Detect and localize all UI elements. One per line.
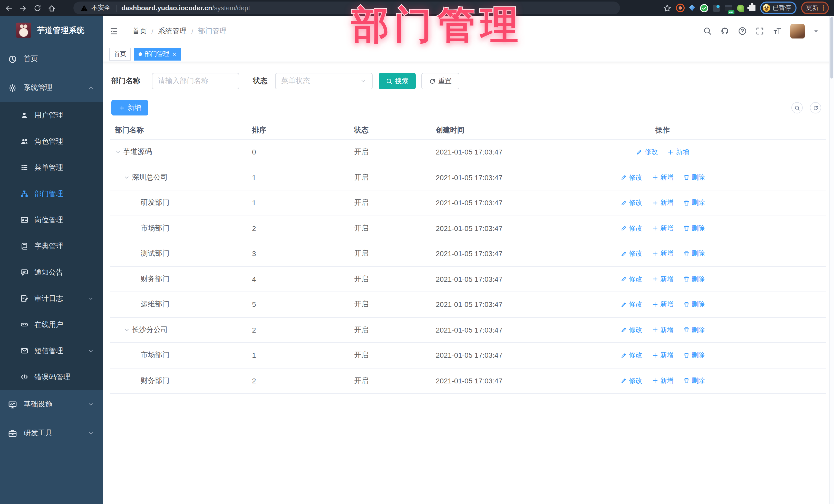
tab-close-icon[interactable]: ×	[172, 50, 176, 57]
table-row-9[interactable]: 市场部门1开启2021-01-05 17:03:47修改新增删除	[110, 343, 826, 368]
sidebar-item-dev-tools[interactable]: 研发工具	[0, 419, 103, 447]
user-avatar[interactable]	[790, 24, 805, 38]
edit-action-link[interactable]: 修改	[620, 300, 642, 309]
delete-action-link[interactable]: 删除	[683, 376, 705, 386]
expand-caret-icon[interactable]	[124, 327, 130, 333]
fullscreen-icon[interactable]	[755, 27, 764, 36]
sidebar-collapse-button[interactable]	[109, 26, 118, 36]
sidebar-item-menu-management[interactable]: 菜单管理	[0, 154, 103, 181]
delete-action-link[interactable]: 删除	[683, 325, 705, 335]
add-action-link[interactable]: 新增	[652, 198, 674, 207]
sidebar-item-error-code-management[interactable]: 错误码管理	[0, 364, 103, 390]
sidebar-item-notice-announcement[interactable]: 通知公告	[0, 259, 103, 285]
delete-action-link[interactable]: 删除	[683, 198, 705, 207]
edit-action-link[interactable]: 修改	[620, 275, 642, 284]
browser-back-button[interactable]	[5, 4, 13, 12]
tab-dept-management[interactable]: 部门管理×	[134, 47, 181, 60]
bookmark-star-icon[interactable]	[663, 4, 671, 12]
github-icon[interactable]	[721, 27, 729, 36]
edit-action-link[interactable]: 修改	[620, 351, 642, 360]
table-row-8[interactable]: 长沙分公司2开启2021-01-05 17:03:47修改新增删除	[110, 317, 826, 343]
browser-update-button[interactable]: 更新	[801, 2, 829, 14]
dept-name-input[interactable]: 请输入部门名称	[152, 73, 239, 89]
browser-forward-button[interactable]	[19, 4, 27, 12]
edit-action-link[interactable]: 修改	[620, 224, 642, 233]
browser-home-button[interactable]	[48, 4, 56, 12]
actions-cell: 修改新增删除	[585, 376, 740, 386]
delete-action-link[interactable]: 删除	[683, 173, 705, 182]
add-button[interactable]: 新增	[111, 100, 148, 115]
edit-action-link[interactable]: 修改	[620, 173, 642, 182]
add-action-link[interactable]: 新增	[652, 275, 674, 284]
reset-button[interactable]: 重置	[421, 73, 459, 89]
add-action-link[interactable]: 新增	[652, 351, 674, 360]
toggle-search-button[interactable]	[791, 102, 803, 113]
header-search-icon[interactable]	[703, 27, 712, 36]
add-action-link[interactable]: 新增	[652, 173, 674, 182]
created-time-cell: 2021-01-05 17:03:47	[431, 224, 585, 233]
add-action-link[interactable]: 新增	[667, 148, 689, 157]
address-bar[interactable]: 不安全 dashboard.yudao.iocoder.cn /system/d…	[73, 2, 620, 14]
extensions-puzzle-icon[interactable]	[749, 5, 755, 11]
extension-key-icon[interactable]	[737, 4, 744, 12]
table-row-2[interactable]: 深圳总公司1开启2021-01-05 17:03:47修改新增删除	[110, 165, 826, 191]
delete-action-link[interactable]: 删除	[683, 300, 705, 309]
extension-check-icon[interactable]	[700, 4, 708, 12]
refresh-table-button[interactable]	[810, 102, 821, 113]
table-row-1[interactable]: 芋道源码0开启2021-01-05 17:03:47修改新增	[110, 139, 826, 165]
extension-proxy-on-icon[interactable]	[724, 5, 732, 11]
extension-orange-icon[interactable]	[676, 4, 684, 12]
sidebar-item-role-management[interactable]: 角色管理	[0, 128, 103, 154]
edit-action-link[interactable]: 修改	[620, 249, 642, 258]
edit-action-link[interactable]: 修改	[636, 148, 658, 157]
delete-action-link[interactable]: 删除	[683, 275, 705, 284]
table-row-5[interactable]: 测试部门3开启2021-01-05 17:03:47修改新增删除	[110, 241, 826, 267]
sidebar-item-home[interactable]: 首页	[0, 45, 103, 73]
table-row-3[interactable]: 研发部门1开启2021-01-05 17:03:47修改新增删除	[110, 191, 826, 216]
sidebar-logo-row[interactable]: 芋道管理系统	[0, 16, 103, 45]
dev-tools-icon	[8, 429, 17, 438]
expand-caret-icon[interactable]	[115, 149, 121, 155]
font-size-icon[interactable]	[773, 27, 782, 36]
edit-action-link[interactable]: 修改	[620, 376, 642, 386]
sidebar-item-audit-log[interactable]: 审计日志	[0, 285, 103, 311]
delete-action-link[interactable]: 删除	[683, 224, 705, 233]
page-scrollbar[interactable]	[829, 16, 834, 504]
sidebar-item-online-users[interactable]: 在线用户	[0, 311, 103, 338]
add-action-link[interactable]: 新增	[652, 249, 674, 258]
add-action-link[interactable]: 新增	[652, 300, 674, 309]
breadcrumb-item-2[interactable]: 系统管理	[158, 26, 187, 36]
scrollbar-thumb[interactable]	[830, 17, 833, 79]
sidebar-item-user-management[interactable]: 用户管理	[0, 102, 103, 128]
sidebar-item-post-management[interactable]: 岗位管理	[0, 207, 103, 233]
delete-action-link[interactable]: 删除	[683, 249, 705, 258]
sidebar-item-infrastructure[interactable]: 基础设施	[0, 390, 103, 419]
expand-caret-icon[interactable]	[124, 175, 130, 181]
tab-home[interactable]: 首页	[109, 47, 131, 60]
add-action-link[interactable]: 新增	[652, 325, 674, 335]
action-label: 删除	[692, 224, 705, 233]
profile-paused-chip[interactable]: 已暂停	[760, 2, 796, 14]
sidebar-item-dict-management[interactable]: 字典管理	[0, 233, 103, 259]
delete-action-link[interactable]: 删除	[683, 351, 705, 360]
edit-action-link[interactable]: 修改	[620, 198, 642, 207]
extension-gem-icon[interactable]	[689, 5, 695, 11]
table-row-4[interactable]: 市场部门2开启2021-01-05 17:03:47修改新增删除	[110, 216, 826, 241]
help-icon[interactable]	[738, 27, 747, 36]
browser-reload-button[interactable]	[34, 4, 42, 12]
add-action-link[interactable]: 新增	[652, 224, 674, 233]
search-button[interactable]: 搜索	[379, 73, 416, 89]
table-row-6[interactable]: 财务部门4开启2021-01-05 17:03:47修改新增删除	[110, 267, 826, 292]
add-action-link[interactable]: 新增	[652, 376, 674, 386]
table-row-7[interactable]: 运维部门5开启2021-01-05 17:03:47修改新增删除	[110, 292, 826, 317]
table-row-10[interactable]: 财务部门2开启2021-01-05 17:03:47修改新增删除	[110, 368, 826, 394]
avatar-caret-down-icon[interactable]	[813, 28, 819, 34]
extension-grid-icon[interactable]	[712, 4, 720, 12]
sidebar-item-system-management[interactable]: 系统管理	[0, 73, 103, 102]
sidebar-item-sms-management[interactable]: 短信管理	[0, 338, 103, 364]
browser-menu-icon[interactable]	[822, 5, 824, 11]
breadcrumb-item-1[interactable]: 首页	[132, 26, 147, 36]
sidebar-item-dept-management[interactable]: 部门管理	[0, 181, 103, 207]
status-select[interactable]: 菜单状态	[275, 73, 373, 89]
edit-action-link[interactable]: 修改	[620, 325, 642, 335]
